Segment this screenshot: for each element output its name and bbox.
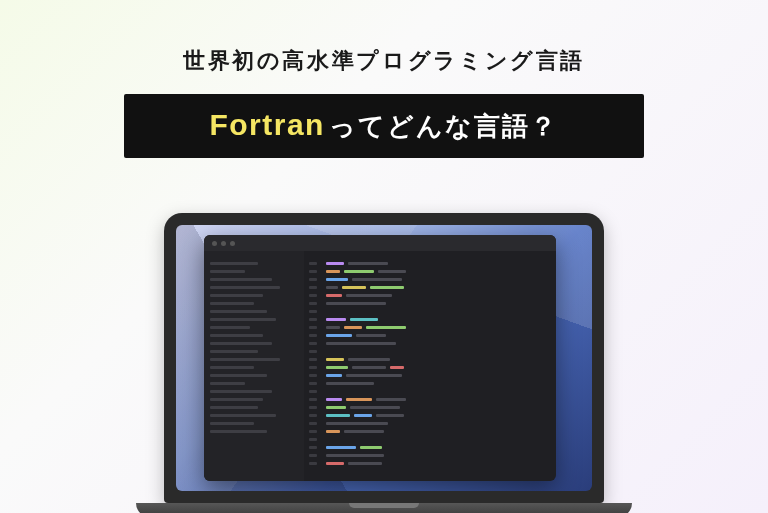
- editor-sidebar: [204, 251, 304, 481]
- sidebar-line: [210, 326, 250, 329]
- code-token: [344, 326, 362, 329]
- code-token: [326, 278, 348, 281]
- window-dot: [230, 241, 235, 246]
- sidebar-line: [210, 294, 263, 297]
- editor-titlebar: [204, 235, 556, 251]
- code-line: [326, 326, 552, 329]
- code-line: [326, 278, 552, 281]
- line-number: [309, 366, 317, 369]
- code-line: [326, 294, 552, 297]
- sidebar-line: [210, 270, 245, 273]
- code-token: [326, 406, 346, 409]
- code-token: [326, 286, 338, 289]
- line-number: [309, 286, 317, 289]
- code-line: [326, 286, 552, 289]
- title-bar: Fortranってどんな言語？: [124, 94, 644, 158]
- code-token: [352, 366, 386, 369]
- laptop-bezel: [164, 213, 604, 503]
- line-number: [309, 270, 317, 273]
- sidebar-line: [210, 302, 254, 305]
- sidebar-line: [210, 262, 258, 265]
- sidebar-line: [210, 414, 276, 417]
- code-line: [326, 454, 552, 457]
- code-token: [326, 366, 348, 369]
- code-token: [346, 294, 392, 297]
- code-line: [326, 446, 552, 449]
- line-number: [309, 318, 317, 321]
- code-line: [326, 310, 552, 313]
- line-number: [309, 334, 317, 337]
- sidebar-line: [210, 390, 272, 393]
- code-token: [370, 286, 404, 289]
- code-token: [344, 430, 384, 433]
- line-number: [309, 278, 317, 281]
- sidebar-line: [210, 278, 272, 281]
- line-number: [309, 398, 317, 401]
- code-token: [360, 446, 382, 449]
- desktop-wallpaper: [176, 225, 592, 491]
- code-line: [326, 350, 552, 353]
- code-line: [326, 334, 552, 337]
- code-token: [326, 382, 374, 385]
- editor-code-area: [322, 251, 556, 481]
- code-token: [326, 342, 396, 345]
- code-token: [354, 414, 372, 417]
- sidebar-line: [210, 318, 276, 321]
- code-token: [326, 358, 344, 361]
- code-line: [326, 422, 552, 425]
- line-number: [309, 422, 317, 425]
- sidebar-line: [210, 406, 258, 409]
- code-token: [326, 398, 342, 401]
- code-token: [326, 446, 356, 449]
- line-number: [309, 438, 317, 441]
- window-dot: [212, 241, 217, 246]
- code-token: [326, 270, 340, 273]
- laptop-base: [136, 503, 632, 513]
- code-token: [348, 358, 390, 361]
- code-line: [326, 398, 552, 401]
- editor-body: [204, 251, 556, 481]
- code-token: [366, 326, 406, 329]
- code-token: [376, 398, 406, 401]
- line-number: [309, 262, 317, 265]
- code-token: [348, 262, 388, 265]
- code-line: [326, 406, 552, 409]
- code-token: [326, 430, 340, 433]
- sidebar-line: [210, 334, 263, 337]
- line-number: [309, 358, 317, 361]
- code-line: [326, 382, 552, 385]
- code-token: [326, 462, 344, 465]
- sidebar-line: [210, 342, 272, 345]
- code-line: [326, 462, 552, 465]
- line-number: [309, 382, 317, 385]
- sidebar-line: [210, 422, 254, 425]
- code-line: [326, 414, 552, 417]
- sidebar-line: [210, 310, 267, 313]
- line-number: [309, 294, 317, 297]
- code-token: [350, 406, 400, 409]
- code-line: [326, 262, 552, 265]
- sidebar-line: [210, 382, 245, 385]
- code-token: [326, 262, 344, 265]
- line-number: [309, 414, 317, 417]
- code-token: [350, 318, 378, 321]
- code-line: [326, 430, 552, 433]
- code-token: [342, 286, 366, 289]
- code-token: [326, 334, 352, 337]
- code-token: [346, 398, 372, 401]
- title-rest: ってどんな言語？: [329, 111, 559, 141]
- subtitle: 世界初の高水準プログラミング言語: [0, 46, 768, 76]
- line-number: [309, 462, 317, 465]
- laptop-illustration: [164, 213, 604, 513]
- code-token: [356, 334, 386, 337]
- code-token: [346, 374, 402, 377]
- code-line: [326, 358, 552, 361]
- code-token: [390, 366, 404, 369]
- code-token: [326, 318, 346, 321]
- code-line: [326, 438, 552, 441]
- code-line: [326, 342, 552, 345]
- code-editor-window: [204, 235, 556, 481]
- code-token: [326, 414, 350, 417]
- code-line: [326, 302, 552, 305]
- code-line: [326, 318, 552, 321]
